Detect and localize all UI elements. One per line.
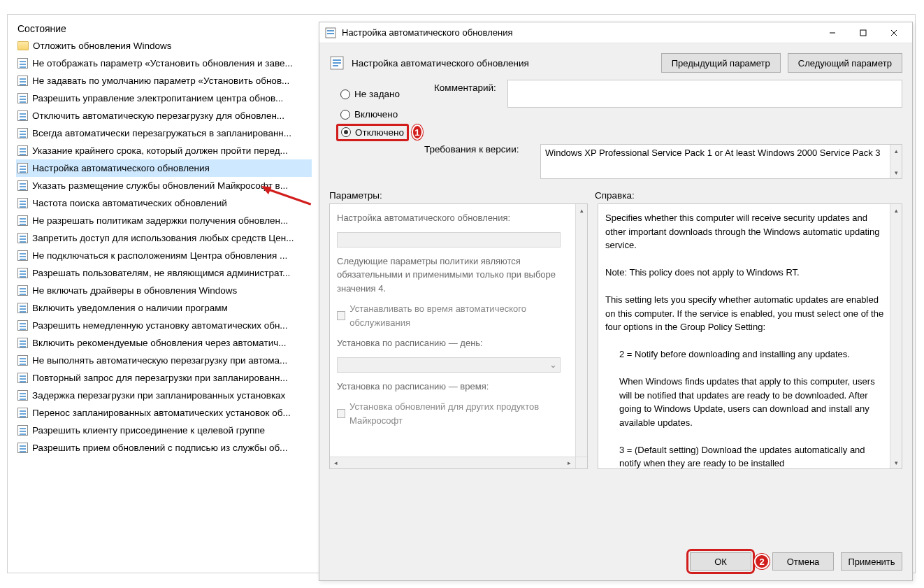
- help-text: This setting lets you specify whether au…: [605, 293, 888, 334]
- help-label: Справка:: [595, 190, 635, 201]
- day-select: ⌄: [337, 357, 561, 373]
- outer-frame: Состояние Отложить обновления WindowsНе …: [7, 14, 916, 573]
- list-item[interactable]: Указание крайнего срока, который должен …: [16, 142, 312, 159]
- svg-rect-6: [860, 30, 866, 36]
- list-item[interactable]: Включить рекомендуемые обновления через …: [16, 334, 312, 352]
- list-item[interactable]: Не отображать параметр «Установить обнов…: [16, 55, 312, 72]
- chk-maintenance: Устанавливать во время автоматического о…: [337, 302, 573, 329]
- chk-other-products: Установка обновлений для других продукто…: [337, 400, 573, 427]
- left-header: Состояние: [16, 19, 312, 37]
- policy-item-icon: [17, 233, 28, 243]
- list-item[interactable]: Указать размещение службы обновлений Май…: [16, 177, 312, 194]
- policy-item-icon: [17, 373, 28, 383]
- maximize-button[interactable]: [848, 23, 879, 43]
- svg-rect-3: [327, 30, 334, 31]
- policy-item-icon: [17, 198, 28, 208]
- header-strip: Настройка автоматического обновления Пре…: [319, 43, 912, 80]
- policy-item-icon: [17, 215, 28, 226]
- policy-item-icon: [17, 250, 28, 261]
- policy-item-icon: [17, 58, 28, 69]
- help-text: Note: This policy does not apply to Wind…: [605, 266, 888, 280]
- policy-item-icon: [17, 93, 28, 103]
- list-item[interactable]: Разрешить управление электропитанием цен…: [16, 89, 312, 107]
- policy-item-icon: [17, 425, 28, 436]
- list-item[interactable]: Запретить доступ для использования любых…: [16, 229, 312, 247]
- list-item[interactable]: Не выполнять автоматическую перезагрузку…: [16, 352, 312, 369]
- comment-textarea[interactable]: [507, 80, 902, 108]
- policy-item-icon: [17, 390, 28, 401]
- close-button[interactable]: [879, 23, 909, 43]
- help-text: When Windows finds updates that apply to…: [605, 375, 888, 429]
- radio-label: Включено: [354, 109, 398, 120]
- list-item[interactable]: Перенос запланированных автоматических у…: [16, 404, 312, 422]
- list-item[interactable]: Разрешить клиенту присоединение к целево…: [16, 422, 312, 439]
- titlebar: Настройка автоматического обновления: [319, 22, 912, 43]
- list-item[interactable]: Всегда автоматически перезагружаться в з…: [16, 124, 312, 142]
- policy-list[interactable]: Отложить обновления WindowsНе отображать…: [16, 37, 312, 457]
- help-text: 2 = Notify before downloading and instal…: [605, 347, 888, 361]
- list-item[interactable]: Не подключаться к расположениям Центра о…: [16, 247, 312, 264]
- svg-rect-12: [333, 65, 338, 66]
- list-item[interactable]: Разрешить прием обновлений с подписью из…: [16, 439, 312, 457]
- list-item[interactable]: Отключить автоматическую перезагрузку дл…: [16, 107, 312, 124]
- list-item[interactable]: Разрешать пользователям, не являющимся а…: [16, 264, 312, 282]
- params-panel: Настройка автоматического обновления: Сл…: [329, 203, 588, 469]
- apply-button[interactable]: Применить: [841, 552, 902, 571]
- scrollbar[interactable]: ◂▸: [330, 457, 575, 468]
- svg-rect-11: [333, 62, 341, 64]
- help-text: Specifies whether this computer will rec…: [605, 211, 888, 252]
- scrollbar[interactable]: ▴▾: [575, 204, 587, 468]
- radio-label: Не задано: [354, 89, 400, 99]
- params-label: Параметры:: [329, 190, 581, 201]
- list-item[interactable]: Не разрешать политикам задержки получени…: [16, 212, 312, 229]
- radio-not-configured[interactable]: Не задано: [339, 84, 423, 104]
- radio-disabled[interactable]: Отключено: [336, 124, 409, 141]
- policy-item-icon: [17, 338, 28, 348]
- minimize-button[interactable]: [817, 23, 848, 43]
- policy-item-icon: [17, 408, 28, 418]
- policy-item-icon: [17, 76, 28, 86]
- list-item[interactable]: Повторный запрос для перезагрузки при за…: [16, 369, 312, 387]
- params-note: Следующие параметры политики являются об…: [337, 254, 573, 296]
- help-text: 3 = (Default setting) Download the updat…: [605, 443, 888, 470]
- scrollbar[interactable]: ▴▾: [890, 145, 902, 178]
- policy-icon: [329, 55, 345, 71]
- dialog-buttons: ОК 2 Отмена Применить: [319, 541, 912, 580]
- next-setting-button[interactable]: Следующий параметр: [788, 53, 902, 73]
- radio-enabled[interactable]: Включено: [339, 104, 423, 124]
- requirements-text: Windows XP Professional Service Pack 1 o…: [545, 148, 881, 158]
- requirements-label: Требования к версии:: [424, 144, 529, 155]
- policy-item-icon: [17, 145, 28, 156]
- list-item-folder[interactable]: Отложить обновления Windows: [16, 37, 312, 55]
- svg-rect-10: [333, 59, 341, 61]
- policy-item-icon: [17, 163, 28, 173]
- policy-item-icon: [17, 110, 28, 121]
- policy-item-icon: [17, 268, 28, 278]
- list-item[interactable]: Не включать драйверы в обновления Window…: [16, 282, 312, 299]
- list-item[interactable]: Настройка автоматического обновления: [16, 159, 312, 177]
- policy-item-icon: [17, 180, 28, 191]
- help-panel: Specifies whether this computer will rec…: [598, 203, 902, 469]
- scrollbar[interactable]: ▴▾: [890, 204, 902, 468]
- list-item[interactable]: Задержка перезагрузки при запланированны…: [16, 387, 312, 404]
- policy-item-icon: [17, 128, 28, 138]
- ok-button[interactable]: ОК: [690, 552, 751, 571]
- day-label: Установка по расписанию — день:: [337, 336, 573, 350]
- app-icon: [325, 27, 336, 38]
- params-title: Настройка автоматического обновления:: [337, 211, 573, 225]
- prev-setting-button[interactable]: Предыдущий параметр: [661, 53, 781, 73]
- list-item[interactable]: Частота поиска автоматических обновлений: [16, 194, 312, 212]
- callout-1: 1: [412, 124, 423, 140]
- dialog-title: Настройка автоматического обновления: [342, 27, 817, 38]
- time-label: Установка по расписанию — время:: [337, 380, 573, 394]
- list-item[interactable]: Включить уведомления о наличии программ: [16, 299, 312, 317]
- callout-2: 2: [754, 554, 770, 569]
- list-item[interactable]: Разрешить немедленную установку автомати…: [16, 317, 312, 334]
- policy-name: Настройка автоматического обновления: [352, 58, 654, 69]
- requirements-box: Windows XP Professional Service Pack 1 o…: [540, 144, 902, 179]
- policy-item-icon: [17, 443, 28, 453]
- list-item[interactable]: Не задавать по умолчанию параметр «Устан…: [16, 72, 312, 89]
- policy-item-icon: [17, 355, 28, 366]
- policy-item-icon: [17, 320, 28, 331]
- cancel-button[interactable]: Отмена: [772, 552, 834, 571]
